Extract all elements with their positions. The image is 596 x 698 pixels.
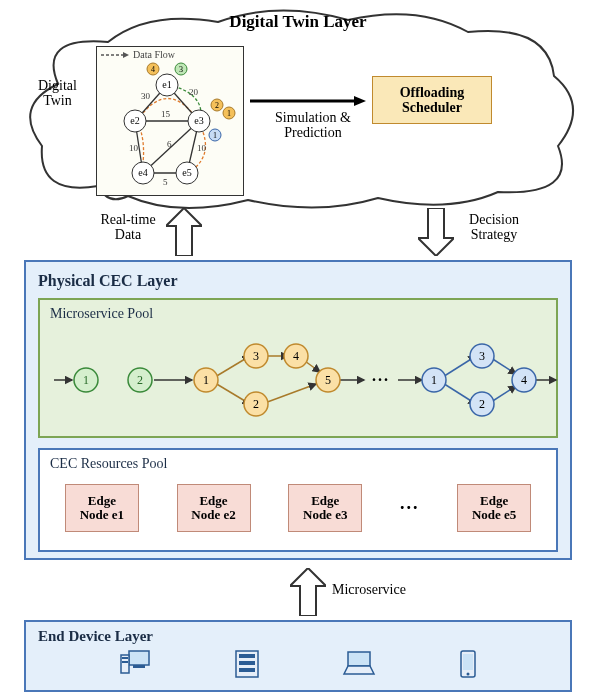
ellipsis: ··· [400,498,420,519]
svg-text:6: 6 [167,139,172,149]
svg-text:1: 1 [83,373,89,387]
svg-marker-72 [290,568,326,616]
graph-node-e4: e4 [138,167,147,178]
svg-text:4: 4 [521,373,527,387]
microservice-pool-title: Microservice Pool [50,306,546,322]
sim-pred-label: Simulation & Prediction [258,110,368,141]
edge-node: Edge Node e1 [65,484,139,532]
decision-strategy-label: Decision Strategy [458,212,530,243]
server-icon [234,649,260,679]
svg-text:1: 1 [203,373,209,387]
svg-text:4: 4 [293,349,299,363]
microservice-pool: Microservice Pool ··· 1 2 [38,298,558,438]
end-device-title: End Device Layer [38,628,558,645]
digital-twin-title: Digital Twin Layer [18,12,578,32]
end-device-layer: End Device Layer [24,620,572,692]
svg-rect-82 [348,652,370,666]
laptop-icon [340,650,378,678]
svg-marker-33 [166,208,202,256]
decision-strategy-arrow [418,208,454,256]
sim-pred-arrow [250,96,366,106]
svg-rect-81 [239,668,255,672]
physical-cec-layer: Physical CEC Layer Microservice Pool ···… [24,260,572,560]
svg-text:30: 30 [141,91,151,101]
edge-node: Edge Node e2 [177,484,251,532]
offloading-scheduler: Offloading Scheduler [372,76,492,124]
cec-resources-title: CEC Resources Pool [50,456,546,472]
digital-twin-panel-label: Digital Twin [38,78,77,109]
microservice-arrow-label: Microservice [332,582,406,598]
svg-text:10: 10 [197,143,207,153]
graph-node-e5: e5 [182,167,191,178]
svg-text:5: 5 [325,373,331,387]
svg-marker-34 [418,208,454,256]
svg-rect-76 [122,657,128,659]
svg-text:5: 5 [163,177,168,187]
svg-rect-73 [129,651,149,665]
graph-node-e3: e3 [194,115,203,126]
svg-text:15: 15 [161,109,171,119]
phone-icon [459,649,477,679]
svg-marker-32 [354,96,366,106]
svg-line-48 [262,384,316,404]
svg-rect-79 [239,654,255,658]
svg-text:20: 20 [189,87,199,97]
svg-text:2: 2 [137,373,143,387]
svg-point-86 [467,673,470,676]
svg-text:2: 2 [253,397,259,411]
svg-marker-83 [344,666,374,674]
svg-text:10: 10 [129,143,139,153]
svg-text:···: ··· [372,371,390,388]
desktop-icon [119,649,153,679]
svg-text:4: 4 [151,65,155,74]
svg-text:3: 3 [479,349,485,363]
graph-node-e2: e2 [130,115,139,126]
edge-node: Edge Node e3 [288,484,362,532]
svg-text:2: 2 [215,101,219,110]
real-time-data-label: Real-time Data [92,212,164,243]
svg-rect-77 [122,661,128,663]
svg-text:2: 2 [479,397,485,411]
svg-rect-74 [133,665,145,668]
svg-rect-80 [239,661,255,665]
graph-node-e1: e1 [162,79,171,90]
svg-text:1: 1 [213,131,217,140]
svg-text:3: 3 [253,349,259,363]
svg-rect-85 [463,654,473,670]
real-time-data-arrow [166,208,202,256]
physical-layer-title: Physical CEC Layer [38,272,558,290]
edge-node: Edge Node e5 [457,484,531,532]
microservice-arrow [290,568,326,616]
cec-resources-pool: CEC Resources Pool Edge Node e1 Edge Nod… [38,448,558,552]
svg-text:3: 3 [179,65,183,74]
digital-twin-graph: Data Flow e1 e2 e3 e4 e5 [96,46,244,196]
svg-text:1: 1 [431,373,437,387]
svg-text:1: 1 [227,109,231,118]
digital-twin-layer: Digital Twin Layer Digital Twin Data Flo… [18,6,578,214]
